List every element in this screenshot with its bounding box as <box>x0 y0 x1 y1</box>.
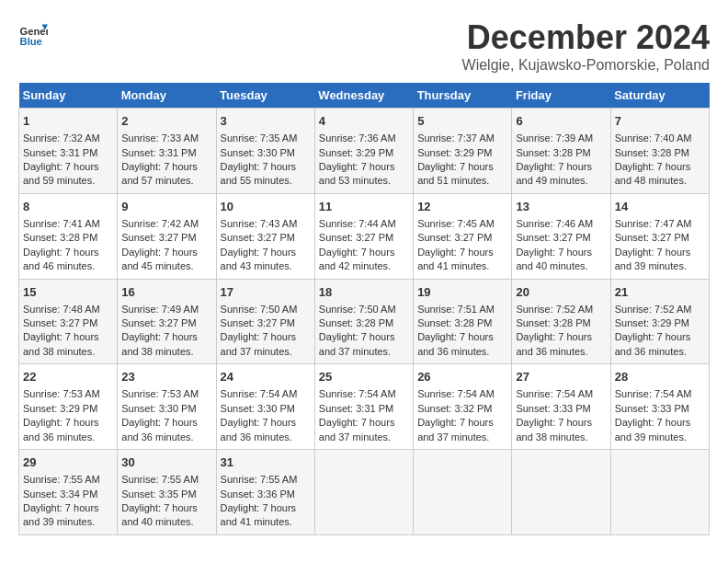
header-sunday: Sunday <box>19 83 118 109</box>
logo-icon: General Blue <box>18 18 48 48</box>
cell-dec-25: 25 Sunrise: 7:54 AMSunset: 3:31 PMDaylig… <box>314 364 413 450</box>
header-saturday: Saturday <box>610 83 709 109</box>
cell-dec-30: 30 Sunrise: 7:55 AMSunset: 3:35 PMDaylig… <box>118 450 216 535</box>
title-area: December 2024 Wielgie, Kujawsko-Pomorski… <box>462 18 710 74</box>
cell-dec-15: 15 Sunrise: 7:48 AMSunset: 3:27 PMDaylig… <box>19 279 118 364</box>
header: General Blue December 2024 Wielgie, Kuja… <box>18 18 710 74</box>
cell-dec-31: 31 Sunrise: 7:55 AMSunset: 3:36 PMDaylig… <box>216 450 314 535</box>
cell-dec-3: 3 Sunrise: 7:35 AMSunset: 3:30 PMDayligh… <box>216 109 314 194</box>
cell-dec-18: 18 Sunrise: 7:50 AMSunset: 3:28 PMDaylig… <box>314 279 413 364</box>
cell-dec-16: 16 Sunrise: 7:49 AMSunset: 3:27 PMDaylig… <box>118 279 216 364</box>
cell-dec-20: 20 Sunrise: 7:52 AMSunset: 3:28 PMDaylig… <box>512 279 610 364</box>
cell-dec-26: 26 Sunrise: 7:54 AMSunset: 3:32 PMDaylig… <box>414 364 512 450</box>
main-title: December 2024 <box>462 18 710 57</box>
cell-dec-19: 19 Sunrise: 7:51 AMSunset: 3:28 PMDaylig… <box>414 279 512 364</box>
day-headers-row: Sunday Monday Tuesday Wednesday Thursday… <box>19 83 710 109</box>
cell-empty-3 <box>512 450 610 535</box>
cell-dec-4: 4 Sunrise: 7:36 AMSunset: 3:29 PMDayligh… <box>314 109 413 194</box>
logo: General Blue <box>18 18 48 48</box>
week-row-3: 15 Sunrise: 7:48 AMSunset: 3:27 PMDaylig… <box>19 279 710 364</box>
cell-dec-22: 22 Sunrise: 7:53 AMSunset: 3:29 PMDaylig… <box>19 364 118 450</box>
header-thursday: Thursday <box>414 83 512 109</box>
cell-dec-17: 17 Sunrise: 7:50 AMSunset: 3:27 PMDaylig… <box>216 279 314 364</box>
week-row-5: 29 Sunrise: 7:55 AMSunset: 3:34 PMDaylig… <box>19 450 710 535</box>
cell-dec-21: 21 Sunrise: 7:52 AMSunset: 3:29 PMDaylig… <box>610 279 709 364</box>
week-row-4: 22 Sunrise: 7:53 AMSunset: 3:29 PMDaylig… <box>19 364 710 450</box>
cell-dec-28: 28 Sunrise: 7:54 AMSunset: 3:33 PMDaylig… <box>610 364 709 450</box>
cell-dec-12: 12 Sunrise: 7:45 AMSunset: 3:27 PMDaylig… <box>414 193 512 279</box>
cell-dec-24: 24 Sunrise: 7:54 AMSunset: 3:30 PMDaylig… <box>216 364 314 450</box>
header-wednesday: Wednesday <box>314 83 413 109</box>
subtitle: Wielgie, Kujawsko-Pomorskie, Poland <box>462 57 710 74</box>
header-tuesday: Tuesday <box>216 83 314 109</box>
cell-empty-2 <box>414 450 512 535</box>
cell-dec-11: 11 Sunrise: 7:44 AMSunset: 3:27 PMDaylig… <box>314 193 413 279</box>
header-monday: Monday <box>118 83 216 109</box>
header-friday: Friday <box>512 83 610 109</box>
cell-dec-14: 14 Sunrise: 7:47 AMSunset: 3:27 PMDaylig… <box>610 193 709 279</box>
cell-dec-10: 10 Sunrise: 7:43 AMSunset: 3:27 PMDaylig… <box>216 193 314 279</box>
cell-dec-7: 7 Sunrise: 7:40 AMSunset: 3:28 PMDayligh… <box>610 109 709 194</box>
week-row-2: 8 Sunrise: 7:41 AMSunset: 3:28 PMDayligh… <box>19 193 710 279</box>
cell-empty-1 <box>314 450 413 535</box>
cell-empty-4 <box>610 450 709 535</box>
svg-text:Blue: Blue <box>20 36 42 47</box>
week-row-1: 1 Sunrise: 7:32 AMSunset: 3:31 PMDayligh… <box>19 109 710 194</box>
cell-dec-13: 13 Sunrise: 7:46 AMSunset: 3:27 PMDaylig… <box>512 193 610 279</box>
cell-dec-23: 23 Sunrise: 7:53 AMSunset: 3:30 PMDaylig… <box>118 364 216 450</box>
cell-dec-5: 5 Sunrise: 7:37 AMSunset: 3:29 PMDayligh… <box>414 109 512 194</box>
cell-dec-8: 8 Sunrise: 7:41 AMSunset: 3:28 PMDayligh… <box>19 193 118 279</box>
cell-dec-2: 2 Sunrise: 7:33 AMSunset: 3:31 PMDayligh… <box>118 109 216 194</box>
cell-dec-6: 6 Sunrise: 7:39 AMSunset: 3:28 PMDayligh… <box>512 109 610 194</box>
cell-dec-1: 1 Sunrise: 7:32 AMSunset: 3:31 PMDayligh… <box>19 109 118 194</box>
cell-dec-27: 27 Sunrise: 7:54 AMSunset: 3:33 PMDaylig… <box>512 364 610 450</box>
cell-dec-29: 29 Sunrise: 7:55 AMSunset: 3:34 PMDaylig… <box>19 450 118 535</box>
calendar-table: Sunday Monday Tuesday Wednesday Thursday… <box>18 83 710 535</box>
cell-dec-9: 9 Sunrise: 7:42 AMSunset: 3:27 PMDayligh… <box>118 193 216 279</box>
